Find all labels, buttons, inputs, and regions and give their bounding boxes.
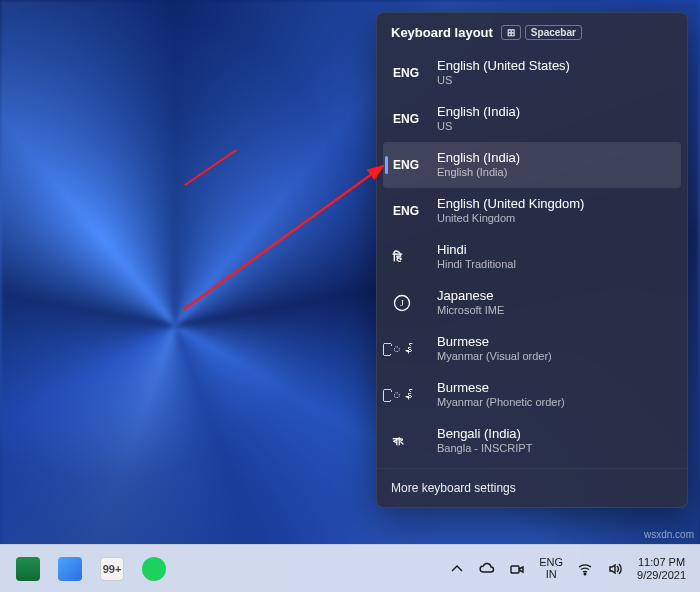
language-name: Japanese (437, 288, 504, 304)
layout-item[interactable]: ြန်BurmeseMyanmar (Visual order) (383, 326, 681, 372)
spacebar-key: Spacebar (525, 25, 582, 40)
lang-line1: ENG (539, 557, 563, 569)
language-name: English (India) (437, 104, 520, 120)
taskbar: 99+ ENG IN 11:07 PM 9/29/2021 (0, 544, 700, 592)
language-abbr: ENG (393, 158, 425, 172)
system-tray: ENG IN 11:07 PM 9/29/2021 (443, 549, 692, 589)
layout-item[interactable]: ENGEnglish (India)English (India) (383, 142, 681, 188)
language-name: Hindi (437, 242, 516, 258)
language-name: Burmese (437, 380, 565, 396)
language-name: Bengali (India) (437, 426, 532, 442)
spotify-app-icon (142, 557, 166, 581)
layout-item[interactable]: ENGEnglish (United Kingdom)United Kingdo… (383, 188, 681, 234)
widgets-icon (58, 557, 82, 581)
layout-item[interactable]: ြန်BurmeseMyanmar (Phonetic order) (383, 372, 681, 418)
volume-tray-icon[interactable] (601, 549, 629, 589)
svg-rect-5 (511, 566, 519, 573)
clock-tray-button[interactable]: 11:07 PM 9/29/2021 (631, 549, 692, 589)
language-abbr: বাং (393, 434, 425, 448)
burmese-script-icon: ြန် (393, 342, 425, 357)
language-sublabel: United Kingdom (437, 212, 584, 226)
language-sublabel: Myanmar (Phonetic order) (437, 396, 565, 410)
watermark-text: wsxdn.com (644, 529, 694, 540)
language-name: Burmese (437, 334, 552, 350)
svg-point-6 (584, 573, 586, 575)
layout-list: ENGEnglish (United States)USENGEnglish (… (377, 46, 687, 468)
language-name: English (India) (437, 150, 520, 166)
lang-line2: IN (546, 569, 557, 581)
language-abbr: हि (393, 250, 425, 264)
flyout-title: Keyboard layout (391, 25, 493, 40)
keyboard-layout-flyout: Keyboard layout ⊞ Spacebar ENGEnglish (U… (376, 12, 688, 508)
win-key: ⊞ (501, 25, 521, 40)
language-indicator-button[interactable]: ENG IN (533, 549, 569, 589)
japanese-ime-icon: J (393, 294, 425, 312)
language-abbr: ENG (393, 66, 425, 80)
language-sublabel: US (437, 120, 520, 134)
onedrive-tray-icon[interactable] (473, 549, 501, 589)
burmese-script-icon: ြန် (393, 388, 425, 403)
language-sublabel: Hindi Traditional (437, 258, 516, 272)
chat-taskbar-button[interactable]: 99+ (92, 549, 132, 589)
language-sublabel: English (India) (437, 166, 520, 180)
layout-item[interactable]: বাংBengali (India)Bangla - INSCRIPT (383, 418, 681, 464)
more-keyboard-settings-link[interactable]: More keyboard settings (377, 468, 687, 507)
layout-item[interactable]: ENGEnglish (United States)US (383, 50, 681, 96)
spotify-taskbar-button[interactable] (134, 549, 174, 589)
language-sublabel: Myanmar (Visual order) (437, 350, 552, 364)
language-abbr: ENG (393, 112, 425, 126)
language-sublabel: Bangla - INSCRIPT (437, 442, 532, 456)
layout-item[interactable]: ENGEnglish (India)US (383, 96, 681, 142)
wifi-icon (577, 561, 593, 577)
speaker-icon (607, 561, 623, 577)
chat-icon: 99+ (100, 557, 124, 581)
language-name: English (United States) (437, 58, 570, 74)
tray-overflow-button[interactable] (443, 549, 471, 589)
flyout-header: Keyboard layout ⊞ Spacebar (377, 13, 687, 46)
language-name: English (United Kingdom) (437, 196, 584, 212)
svg-text:J: J (400, 298, 404, 308)
widgets-taskbar-button[interactable] (50, 549, 90, 589)
language-abbr: ENG (393, 204, 425, 218)
meet-now-tray-icon[interactable] (503, 549, 531, 589)
tray-time: 11:07 PM (638, 556, 685, 568)
layout-item[interactable]: JJapaneseMicrosoft IME (383, 280, 681, 326)
language-sublabel: Microsoft IME (437, 304, 504, 318)
camera-icon (509, 561, 525, 577)
language-sublabel: US (437, 74, 570, 88)
excel-taskbar-button[interactable] (8, 549, 48, 589)
layout-item[interactable]: हिHindiHindi Traditional (383, 234, 681, 280)
chevron-up-icon (449, 561, 465, 577)
network-tray-icon[interactable] (571, 549, 599, 589)
excel-app-icon (16, 557, 40, 581)
keyboard-shortcut-hint: ⊞ Spacebar (501, 25, 582, 40)
taskbar-pinned-apps: 99+ (8, 549, 174, 589)
tray-date: 9/29/2021 (637, 569, 686, 581)
cloud-icon (479, 561, 495, 577)
